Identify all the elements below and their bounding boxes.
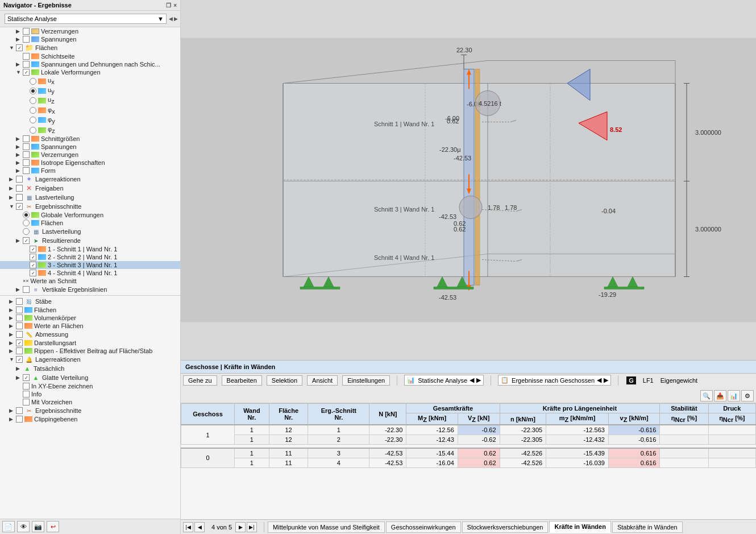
sidebar-item-darstellungsart[interactable]: ▶ Darstellungsart — [0, 339, 180, 347]
checkbox-resultierende[interactable] — [23, 237, 30, 244]
checkbox-stabe[interactable] — [16, 298, 23, 305]
tab-geschosseinwirkungen[interactable]: Geschosseinwirkungen — [386, 521, 461, 533]
radio-phiy[interactable] — [30, 117, 36, 123]
table-row[interactable]: 1 11 4 -42.53 -16.04 0.62 -42.526 -16.03… — [181, 458, 756, 467]
sidebar-item-ergebnisschnitte[interactable]: ▼ ✂ Ergebnisschnitte — [0, 202, 180, 211]
sidebar-item-volumenkorper[interactable]: ▶ Volumenkörper — [0, 314, 180, 322]
sidebar-item-lagerreaktionen2[interactable]: ▼ 🔔 Lagerreaktionen — [0, 355, 180, 364]
sidebar-item-lastverteilung[interactable]: ▶ ▦ Lastverteilung — [0, 193, 180, 202]
analysis-dropdown-toolbar[interactable]: 📊 Statische Analyse ◀ ▶ — [404, 375, 484, 386]
sidebar-item-mit-vorzeichen[interactable]: Mit Vorzeichen — [0, 398, 180, 406]
checkbox-werte-an2[interactable] — [16, 322, 23, 329]
camera-btn[interactable]: 📷 — [32, 521, 44, 532]
sidebar-item-phiz[interactable]: φz — [0, 125, 180, 135]
icon-btn-2[interactable]: 📥 — [714, 390, 726, 401]
sidebar-item-in-xy[interactable]: In XY-Ebene zeichnen — [0, 382, 180, 390]
radio-phix[interactable] — [30, 107, 36, 114]
goto-button[interactable]: Gehe zu — [183, 375, 217, 386]
sidebar-item-werte-an[interactable]: ×× Werte an Schnitt — [0, 277, 180, 285]
sidebar-item-tatsachlich[interactable]: ▶ ▲ Tatsächlich — [0, 364, 180, 373]
nav-left-icon[interactable]: ◀ — [169, 16, 173, 22]
sidebar-item-ergebnisschnitte2[interactable]: ▶ ✂ Ergebnisschnitte — [0, 406, 180, 415]
checkbox-info[interactable] — [23, 391, 30, 398]
checkbox-verzerrungen[interactable] — [23, 28, 30, 35]
checkbox-lagerreaktionen[interactable] — [16, 176, 23, 183]
radio-phiz[interactable] — [30, 127, 36, 134]
sidebar-item-form[interactable]: ▶ Form — [0, 167, 180, 175]
checkbox-form[interactable] — [23, 167, 30, 174]
icon-btn-3[interactable]: 📊 — [728, 390, 740, 401]
checkbox-freigaben[interactable] — [16, 185, 23, 192]
sidebar-item-lastverteilung2[interactable]: ▦ Lastverteilung — [0, 227, 180, 236]
checkbox-isotrope[interactable] — [23, 159, 30, 166]
analysis-dropdown[interactable]: Statische Analyse ▼ — [5, 14, 167, 24]
selection-button[interactable]: Selektion — [267, 375, 302, 386]
sidebar-item-glatte-vert[interactable]: ▶ ▲ Glatte Verteilung — [0, 373, 180, 382]
tab-krafte-in-wanden[interactable]: Kräfte in Wänden — [549, 521, 610, 533]
analysis-arr-right[interactable]: ▶ — [476, 376, 481, 384]
settings-button[interactable]: Einstellungen — [342, 375, 390, 386]
radio-uy[interactable] — [30, 88, 36, 94]
checkbox-vertikale[interactable] — [23, 286, 30, 293]
page-btn[interactable]: 📄 — [2, 521, 15, 532]
radio-lastv2[interactable] — [23, 228, 30, 235]
checkbox-lokale[interactable] — [23, 69, 30, 76]
checkbox-schnitt1[interactable] — [30, 246, 36, 252]
sidebar-item-freigaben[interactable]: ▶ ✕ Freigaben — [0, 184, 180, 193]
checkbox-ergebnisschnitte2[interactable] — [16, 407, 23, 414]
checkbox-schichtseite[interactable] — [23, 53, 30, 60]
nav-first-btn[interactable]: |◀ — [183, 522, 193, 532]
sidebar-item-spannungen2[interactable]: ▶ Spannungen und Dehnungen nach Schic... — [0, 60, 180, 68]
sidebar-item-isotrope[interactable]: ▶ Isotrope Eigenschaften — [0, 159, 180, 167]
table-row[interactable]: 1 1 12 1 -22.30 -12.56 -0.62 -22.305 -12… — [181, 425, 756, 435]
sidebar-item-vertikale[interactable]: ▶ ≡ Vertikale Ergebnislinien — [0, 285, 180, 294]
radio-globale[interactable] — [23, 212, 30, 218]
sidebar-item-schnitt4[interactable]: 4 - Schnitt 4 | Wand Nr. 1 — [0, 269, 180, 277]
checkbox-mit-vorzeichen[interactable] — [23, 399, 30, 405]
sidebar-item-verzerrungen[interactable]: ▶ Verzerrungen — [0, 27, 180, 35]
nav-right-icon[interactable]: ▶ — [174, 16, 178, 22]
checkbox-volumenkorper[interactable] — [16, 314, 23, 321]
sidebar-item-stabe[interactable]: ▶ ⛓ Stäbe — [0, 297, 180, 306]
checkbox-schnitt3[interactable] — [30, 262, 36, 268]
checkbox-spannungen3[interactable] — [23, 143, 30, 150]
restore-btn[interactable]: ❐ — [166, 2, 171, 9]
nav-next-btn[interactable]: ▶ — [235, 522, 246, 532]
checkbox-rippen[interactable] — [16, 347, 23, 354]
sidebar-item-spannungen3[interactable]: ▶ Spannungen — [0, 143, 180, 151]
checkbox-spannungen1[interactable] — [23, 36, 30, 43]
checkbox-verzerrungen2[interactable] — [23, 151, 30, 158]
radio-flachen2[interactable] — [23, 220, 30, 226]
radio-uz[interactable] — [30, 97, 36, 104]
sidebar-item-lagerreaktionen[interactable]: ▶ ✦ Lagerreaktionen — [0, 175, 180, 184]
view-button[interactable]: Ansicht — [307, 375, 338, 386]
sidebar-item-schnittgrossen[interactable]: ▶ Schnittgrößen — [0, 135, 180, 143]
analysis-arr-left[interactable]: ◀ — [470, 376, 474, 384]
table-row[interactable]: 1 12 2 -22.30 -12.43 -0.62 -22.305 -12.4… — [181, 435, 756, 445]
close-btn[interactable]: × — [173, 2, 177, 9]
checkbox-lastverteilung[interactable] — [16, 194, 23, 201]
sidebar-item-globale-verf[interactable]: Globale Verformungen — [0, 211, 180, 219]
nav-prev-btn[interactable]: ◀ — [194, 522, 205, 532]
sidebar-item-uz[interactable]: uz — [0, 96, 180, 105]
sidebar-item-spannungen1[interactable]: ▶ Spannungen — [0, 35, 180, 43]
sidebar-item-verzerrungen2[interactable]: ▶ Verzerrungen — [0, 151, 180, 159]
sidebar-item-schnitt1[interactable]: 1 - Schnitt 1 | Wand Nr. 1 — [0, 245, 180, 253]
sidebar-item-flachen[interactable]: ▼ 📁 Flächen — [0, 43, 180, 52]
results-arr-left[interactable]: ◀ — [597, 376, 601, 384]
tab-mittelpunkte[interactable]: Mittelpunkte von Masse und Steifigkeit — [268, 521, 385, 533]
checkbox-flachen3[interactable] — [16, 307, 23, 313]
sidebar-item-flachen3[interactable]: ▶ Flächen — [0, 306, 180, 314]
checkbox-schnitt4[interactable] — [30, 270, 36, 276]
sidebar-item-schichtseite[interactable]: Schichtseite — [0, 52, 180, 60]
tab-stockwerksverschiebungen[interactable]: Stockwerksverschiebungen — [462, 521, 549, 533]
nav-last-btn[interactable]: ▶| — [247, 522, 257, 532]
checkbox-spannungen2[interactable] — [23, 61, 30, 68]
icon-btn-4[interactable]: ⚙ — [741, 390, 754, 401]
checkbox-schnittgrossen[interactable] — [23, 135, 30, 142]
icon-btn-1[interactable]: 🔍 — [700, 390, 713, 401]
sidebar-item-info[interactable]: Info — [0, 390, 180, 398]
sidebar-item-phix[interactable]: φx — [0, 106, 180, 115]
sidebar-item-schnitt2[interactable]: 2 - Schnitt 2 | Wand Nr. 1 — [0, 253, 180, 261]
checkbox-darstellungsart[interactable] — [16, 340, 23, 346]
